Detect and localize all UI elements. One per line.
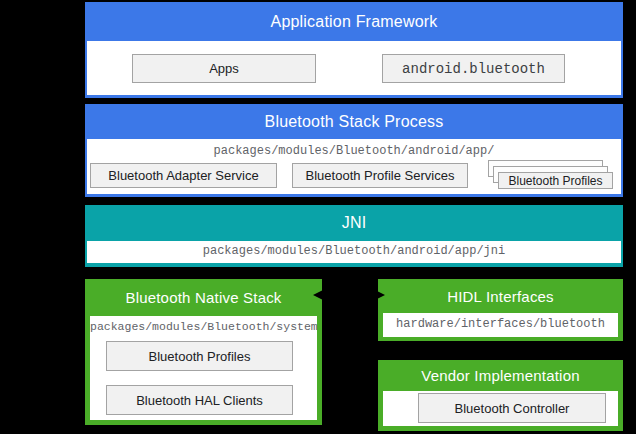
hidl-path-label: hardware/interfaces/bluetooth bbox=[383, 317, 618, 331]
section-bluetooth-stack-process: Bluetooth Stack Process packages/modules… bbox=[85, 104, 623, 197]
native-stack-path-label: packages/modules/Bluetooth/system bbox=[90, 320, 317, 333]
jni-path-label: packages/modules/Bluetooth/android/app/j… bbox=[87, 244, 621, 258]
apps-box: Apps bbox=[132, 54, 316, 83]
jni-body: packages/modules/Bluetooth/android/app/j… bbox=[87, 241, 621, 263]
application-framework-title: Application Framework bbox=[85, 2, 623, 41]
android-bluetooth-api-box: android.bluetooth bbox=[382, 54, 565, 83]
section-hidl-interfaces: HIDL Interfaces hardware/interfaces/blue… bbox=[378, 279, 623, 341]
hidl-interfaces-body: hardware/interfaces/bluetooth bbox=[383, 313, 618, 337]
section-application-framework: Application Framework Apps android.bluet… bbox=[85, 2, 623, 98]
vendor-implementation-body: Bluetooth Controller bbox=[383, 391, 618, 426]
section-jni: JNI packages/modules/Bluetooth/android/a… bbox=[85, 205, 623, 267]
bluetooth-native-stack-title: Bluetooth Native Stack bbox=[85, 279, 322, 316]
native-bluetooth-profiles-box: Bluetooth Profiles bbox=[106, 341, 293, 371]
bluetooth-hal-clients-box: Bluetooth HAL Clients bbox=[106, 385, 293, 415]
stack-process-path-label: packages/modules/Bluetooth/android/app/ bbox=[87, 144, 621, 158]
section-bluetooth-native-stack: Bluetooth Native Stack packages/modules/… bbox=[85, 279, 322, 425]
application-framework-body: Apps android.bluetooth bbox=[87, 41, 621, 95]
bluetooth-adapter-service-box: Bluetooth Adapter Service bbox=[90, 163, 277, 188]
bluetooth-stack-process-body: packages/modules/Bluetooth/android/app/ … bbox=[87, 139, 621, 194]
jni-title: JNI bbox=[85, 205, 623, 241]
section-vendor-implementation: Vendor Implementation Bluetooth Controll… bbox=[378, 360, 623, 431]
bluetooth-profile-services-box: Bluetooth Profile Services bbox=[292, 163, 468, 188]
vendor-implementation-title: Vendor Implementation bbox=[378, 360, 623, 391]
bluetooth-profiles-stack-box: Bluetooth Profiles bbox=[498, 172, 613, 189]
bluetooth-controller-box: Bluetooth Controller bbox=[418, 393, 606, 423]
hidl-interfaces-title: HIDL Interfaces bbox=[378, 279, 623, 313]
connector-line bbox=[320, 294, 378, 296]
arrow-right-icon bbox=[375, 290, 385, 300]
arrow-left-icon bbox=[313, 290, 323, 300]
bluetooth-stack-process-title: Bluetooth Stack Process bbox=[85, 104, 623, 139]
bluetooth-native-stack-body: packages/modules/Bluetooth/system Blueto… bbox=[90, 316, 317, 420]
bluetooth-architecture-diagram: Application Framework Apps android.bluet… bbox=[0, 0, 636, 434]
